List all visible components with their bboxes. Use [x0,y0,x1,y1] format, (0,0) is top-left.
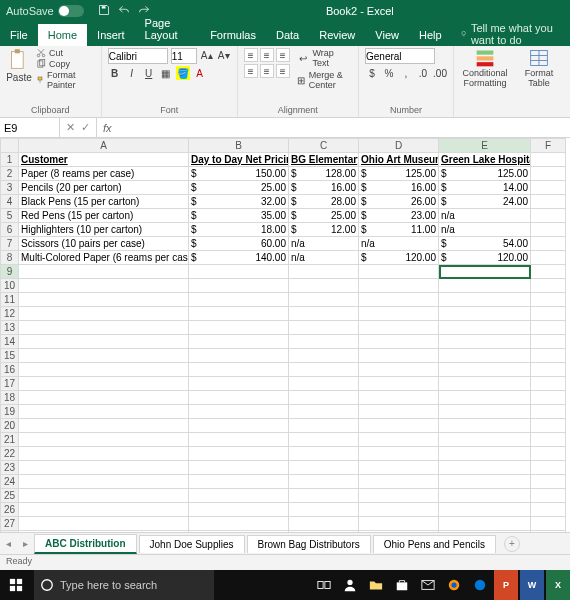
undo-icon[interactable] [118,4,130,18]
cell-D7[interactable]: n/a [359,237,439,251]
cell-D28[interactable] [359,531,439,533]
cell-A18[interactable] [19,391,189,405]
font-size-select[interactable] [171,48,197,64]
cell-B2[interactable]: $150.00 [189,167,289,181]
cell-A2[interactable]: Paper (8 reams per case) [19,167,189,181]
cell-E26[interactable] [439,503,531,517]
cell-B10[interactable] [189,279,289,293]
font-name-select[interactable] [108,48,168,64]
row-header-14[interactable]: 14 [1,335,19,349]
paste-button[interactable]: Paste [6,48,32,90]
cell-C22[interactable] [289,447,359,461]
fill-color-button[interactable]: 🪣 [176,66,190,80]
row-header-27[interactable]: 27 [1,517,19,531]
tab-help[interactable]: Help [409,24,452,46]
bold-button[interactable]: B [108,66,122,80]
sheet-tab-2[interactable]: John Doe Supplies [139,535,245,553]
cell-C1[interactable]: BG Elementary [289,153,359,167]
column-header-B[interactable]: B [189,139,289,153]
cell-E27[interactable] [439,517,531,531]
row-header-18[interactable]: 18 [1,391,19,405]
cell-E16[interactable] [439,363,531,377]
align-right-icon[interactable]: ≡ [276,64,290,78]
cell-E17[interactable] [439,377,531,391]
cell-A21[interactable] [19,433,189,447]
percent-icon[interactable]: % [382,66,396,80]
cell-B9[interactable] [189,265,289,279]
cell-A25[interactable] [19,489,189,503]
cell-A4[interactable]: Black Pens (15 per carton) [19,195,189,209]
cell-D15[interactable] [359,349,439,363]
cell-C7[interactable]: n/a [289,237,359,251]
cell-D24[interactable] [359,475,439,489]
cell-D23[interactable] [359,461,439,475]
tell-me[interactable]: Tell me what you want to do [460,22,570,46]
cell-A27[interactable] [19,517,189,531]
cell-B28[interactable] [189,531,289,533]
word-icon[interactable]: W [520,570,544,600]
cell-B22[interactable] [189,447,289,461]
cell-D13[interactable] [359,321,439,335]
cell-C19[interactable] [289,405,359,419]
cell-C18[interactable] [289,391,359,405]
cell-A19[interactable] [19,405,189,419]
cell-B27[interactable] [189,517,289,531]
cancel-formula-icon[interactable]: ✕ [66,121,75,134]
cell-F3[interactable] [531,181,566,195]
cell-E23[interactable] [439,461,531,475]
cell-C6[interactable]: $12.00 [289,223,359,237]
cell-F20[interactable] [531,419,566,433]
cell-B12[interactable] [189,307,289,321]
cell-C16[interactable] [289,363,359,377]
cell-A23[interactable] [19,461,189,475]
cell-D9[interactable] [359,265,439,279]
cell-F6[interactable] [531,223,566,237]
cell-F23[interactable] [531,461,566,475]
cell-F7[interactable] [531,237,566,251]
align-center-icon[interactable]: ≡ [260,64,274,78]
powerpoint-icon[interactable]: P [494,570,518,600]
cell-A24[interactable] [19,475,189,489]
cell-E15[interactable] [439,349,531,363]
tab-file[interactable]: File [0,24,38,46]
decrease-decimal-icon[interactable]: .00 [433,66,447,80]
cell-B16[interactable] [189,363,289,377]
cell-C13[interactable] [289,321,359,335]
cell-A1[interactable]: Customer [19,153,189,167]
cell-B4[interactable]: $32.00 [189,195,289,209]
row-header-13[interactable]: 13 [1,321,19,335]
cell-E25[interactable] [439,489,531,503]
cell-F12[interactable] [531,307,566,321]
mail-icon[interactable] [416,570,440,600]
cell-B25[interactable] [189,489,289,503]
cell-E8[interactable]: $120.00 [439,251,531,265]
cell-B26[interactable] [189,503,289,517]
cell-F2[interactable] [531,167,566,181]
cell-A17[interactable] [19,377,189,391]
cell-C2[interactable]: $128.00 [289,167,359,181]
cell-F13[interactable] [531,321,566,335]
cell-C5[interactable]: $25.00 [289,209,359,223]
wrap-text-button[interactable]: ↩Wrap Text [296,48,352,68]
cell-B21[interactable] [189,433,289,447]
align-bottom-icon[interactable]: ≡ [276,48,290,62]
cell-B8[interactable]: $140.00 [189,251,289,265]
save-icon[interactable] [98,4,110,18]
cell-F25[interactable] [531,489,566,503]
row-header-3[interactable]: 3 [1,181,19,195]
sheet-tab-4[interactable]: Ohio Pens and Pencils [373,535,496,553]
font-color-button[interactable]: A [193,66,207,80]
cell-D19[interactable] [359,405,439,419]
column-header-A[interactable]: A [19,139,189,153]
cell-E6[interactable]: n/a [439,223,531,237]
cell-E11[interactable] [439,293,531,307]
row-header-22[interactable]: 22 [1,447,19,461]
store-icon[interactable] [390,570,414,600]
cell-F27[interactable] [531,517,566,531]
sheet-tab-1[interactable]: ABC Distribution [34,534,137,554]
start-button[interactable] [0,570,32,600]
cell-E2[interactable]: $125.00 [439,167,531,181]
cell-D12[interactable] [359,307,439,321]
cell-A7[interactable]: Scissors (10 pairs per case) [19,237,189,251]
cell-C11[interactable] [289,293,359,307]
